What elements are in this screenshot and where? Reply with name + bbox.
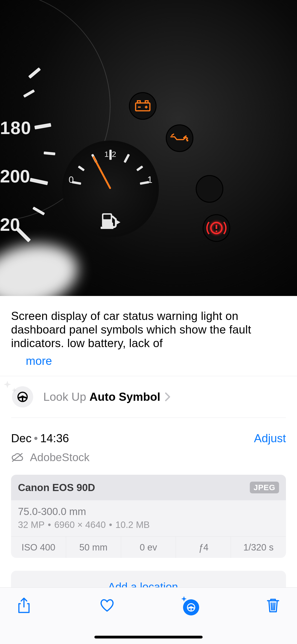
speedo-tick-200: 200	[0, 166, 30, 187]
foreground-blur	[0, 236, 83, 296]
photo-time: 14:36	[40, 432, 69, 445]
heart-icon	[100, 599, 115, 612]
megapixels: 32 MP	[18, 520, 45, 530]
svg-line-22	[271, 603, 272, 610]
caption-more-button[interactable]: more	[26, 354, 52, 368]
speedo-tick-20: 20	[0, 214, 20, 235]
caption-section: Screen display of car status warning lig…	[0, 296, 297, 368]
source-row: AdobeStock	[0, 446, 297, 475]
svg-rect-16	[22, 398, 23, 401]
visual-lookup-row[interactable]: Look Up Auto Symbol	[0, 376, 297, 418]
camera-model: Canon EOS 90D	[18, 482, 95, 493]
datetime-row: Dec•14:36 Adjust	[0, 418, 297, 446]
steering-wheel-icon	[17, 391, 28, 402]
favorite-button[interactable]	[98, 596, 116, 615]
file-size: 10.2 MB	[115, 520, 150, 530]
trash-icon	[266, 598, 280, 613]
chevron-right-icon	[165, 392, 171, 402]
share-icon	[18, 598, 30, 613]
svg-rect-21	[191, 608, 192, 610]
svg-rect-1	[100, 227, 114, 229]
svg-marker-3	[117, 220, 120, 224]
file-stats: 32 MP•6960 × 4640•10.2 MB	[18, 520, 279, 530]
photo-date: Dec	[11, 432, 32, 445]
blank-indicator	[196, 175, 223, 203]
fuel-half-label: 1/2	[104, 150, 116, 159]
svg-point-10	[186, 140, 188, 142]
exif-aperture: ƒ4	[176, 537, 231, 558]
svg-rect-5	[138, 101, 140, 103]
svg-rect-6	[145, 101, 148, 103]
oil-warning-icon	[166, 124, 194, 152]
bottom-toolbar	[0, 587, 297, 644]
visual-lookup-button[interactable]	[181, 596, 199, 615]
cloud-off-icon	[11, 452, 24, 462]
steering-wheel-icon	[186, 603, 196, 612]
exif-header: Canon EOS 90D JPEG	[11, 475, 286, 500]
speedo-tick-180: 180	[0, 118, 31, 138]
svg-rect-2	[103, 215, 111, 219]
source-app-label: AdobeStock	[30, 451, 90, 464]
fuel-one-label: 1	[147, 174, 152, 185]
photo-preview[interactable]: 180 200 20 0 1/2 1	[0, 0, 297, 296]
photo-info-sheet: 180 200 20 0 1/2 1	[0, 0, 297, 644]
lookup-label: Look Up Auto Symbol	[43, 390, 160, 404]
svg-line-24	[274, 603, 275, 610]
brake-warning-icon	[202, 214, 230, 242]
file-format-badge: JPEG	[250, 482, 279, 493]
exif-lens-row: 75.0-300.0 mm 32 MP•6960 × 4640•10.2 MB	[11, 500, 286, 537]
photo-datetime: Dec•14:36	[11, 432, 69, 445]
exif-exposure-bias: 0 ev	[121, 537, 176, 558]
lens-spec: 75.0-300.0 mm	[18, 506, 279, 517]
share-button[interactable]	[15, 596, 33, 615]
exif-focal-length: 50 mm	[66, 537, 121, 558]
battery-warning-icon	[129, 92, 156, 120]
svg-rect-4	[136, 103, 150, 111]
exif-shutter-speed: 1/320 s	[231, 537, 286, 558]
delete-button[interactable]	[264, 596, 282, 615]
lookup-prefix: Look Up	[43, 390, 89, 403]
adjust-datetime-button[interactable]: Adjust	[254, 432, 286, 445]
caption-text: Screen display of car status warning lig…	[11, 309, 286, 350]
fuel-gauge: 0 1/2 1	[62, 140, 159, 237]
exif-card: Canon EOS 90D JPEG 75.0-300.0 mm 32 MP•6…	[11, 475, 286, 558]
exif-iso: ISO 400	[11, 537, 66, 558]
lookup-term: Auto Symbol	[89, 390, 160, 403]
fuel-zero-label: 0	[68, 174, 74, 185]
dimensions: 6960 × 4640	[54, 520, 106, 530]
home-indicator	[94, 636, 202, 638]
exif-grid: ISO 400 50 mm 0 ev ƒ4 1/320 s	[11, 537, 286, 558]
fuel-pump-icon	[100, 212, 120, 230]
sparkle-icon	[2, 380, 18, 396]
svg-point-13	[216, 230, 217, 232]
